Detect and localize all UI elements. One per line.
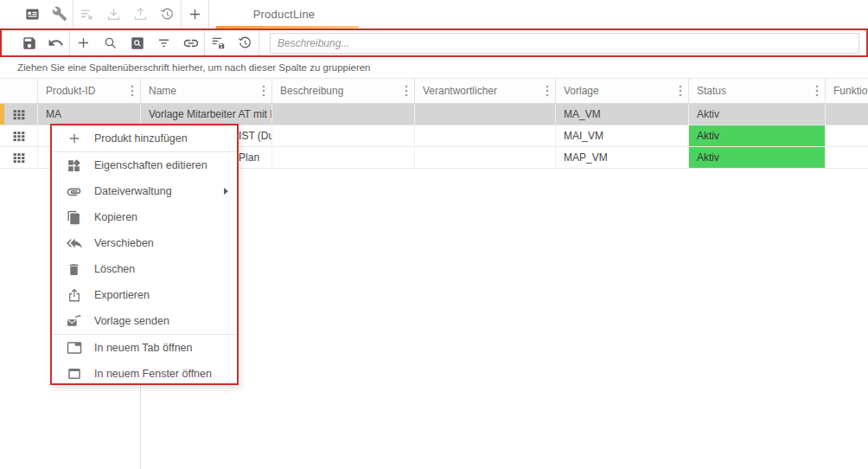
attachment-icon xyxy=(66,183,82,200)
history-icon xyxy=(237,35,253,51)
description-filter-input[interactable] xyxy=(270,33,859,54)
menu-item-kopieren[interactable]: Kopieren xyxy=(52,204,237,230)
column-menu-icon[interactable] xyxy=(131,85,134,97)
cell-vorlage[interactable]: MA_VM xyxy=(556,104,689,125)
add-icon xyxy=(75,35,92,51)
search-panel-button[interactable] xyxy=(124,29,150,57)
save-view-icon xyxy=(210,35,227,51)
header-cell-beschreibung[interactable]: Beschreibung xyxy=(272,79,415,103)
column-menu-icon[interactable] xyxy=(262,85,265,97)
menu-item-in-neuem-tab-oeffnen[interactable]: In neuem Tab öffnen xyxy=(52,335,237,361)
wrench-icon xyxy=(52,6,67,22)
submenu-arrow-icon xyxy=(224,188,228,195)
table-row[interactable]: MA Vorlage Mitarbeiter AT mit IST MA_VM … xyxy=(0,104,868,125)
save-icon xyxy=(22,35,37,51)
sort-move-button[interactable] xyxy=(73,0,100,28)
grid-toolbar xyxy=(0,29,868,57)
search-button[interactable] xyxy=(97,29,124,57)
view-list-button[interactable] xyxy=(19,0,46,28)
widgets-icon xyxy=(67,158,81,173)
search-panel-icon xyxy=(130,35,145,51)
add-tab-button[interactable] xyxy=(182,0,208,28)
row-grid-handle[interactable] xyxy=(0,125,38,146)
header-cell-name[interactable]: Name xyxy=(141,79,272,103)
open-window-icon xyxy=(67,366,82,382)
menu-item-in-neuem-fenster-oeffnen[interactable]: In neuem Fenster öffnen xyxy=(52,361,237,387)
tab-productline[interactable]: ProductLine xyxy=(209,0,359,29)
sort-move-icon xyxy=(79,6,95,22)
filter-button[interactable] xyxy=(150,29,177,57)
column-menu-icon[interactable] xyxy=(405,85,408,97)
history-icon xyxy=(159,6,176,22)
grid-header: Produkt-ID Name Beschreibung Verantwortl… xyxy=(0,79,868,104)
cell-beschreibung[interactable] xyxy=(272,147,415,168)
cell-status[interactable]: Aktiv xyxy=(689,125,826,146)
download-icon xyxy=(105,6,122,22)
tab-label: ProductLine xyxy=(253,8,316,21)
cell-name[interactable]: Vorlage Mitarbeiter AT mit IST xyxy=(141,104,272,125)
view-list-icon xyxy=(24,6,41,22)
add-icon xyxy=(67,131,82,146)
header-cell-rowicon xyxy=(0,79,38,103)
cell-produkt-id[interactable]: MA xyxy=(38,104,141,125)
menu-item-exportieren[interactable]: Exportieren xyxy=(52,282,237,308)
cell-beschreibung[interactable] xyxy=(272,104,415,125)
cell-vorlage[interactable]: MAI_VM xyxy=(556,125,689,146)
menu-item-vorlage-senden[interactable]: Vorlage senden xyxy=(52,308,237,334)
menu-item-dateiverwaltung[interactable]: Dateiverwaltung xyxy=(52,178,237,204)
row-grid-handle[interactable] xyxy=(0,147,38,168)
column-menu-icon[interactable] xyxy=(815,85,819,97)
upload-button[interactable] xyxy=(127,0,154,28)
grid-icon xyxy=(11,151,27,165)
menu-item-eigenschaften-editieren[interactable]: Eigenschaften editieren xyxy=(52,152,237,178)
upload-icon xyxy=(132,6,149,22)
app-window: ProductLine xyxy=(0,0,868,469)
save-view-button[interactable] xyxy=(205,29,232,57)
menu-item-verschieben[interactable]: Verschieben xyxy=(52,230,237,256)
menu-item-loeschen[interactable]: Löschen xyxy=(52,256,237,282)
settings-button[interactable] xyxy=(46,0,73,28)
context-menu: Produkt hinzufügen Eigenschaften editier… xyxy=(50,124,239,385)
trash-icon xyxy=(67,262,81,277)
filter-icon xyxy=(156,35,172,51)
cell-vorlage[interactable]: MAP_VM xyxy=(556,147,689,168)
header-cell-produkt-id[interactable]: Produkt-ID xyxy=(38,79,141,103)
link-button[interactable] xyxy=(177,29,204,57)
header-cell-verantwortlicher[interactable]: Verantwortlicher xyxy=(415,79,556,103)
open-tab-icon xyxy=(67,340,82,356)
copy-icon xyxy=(67,210,81,225)
cell-funktion[interactable] xyxy=(826,104,868,125)
column-menu-icon[interactable] xyxy=(679,85,682,97)
cell-status[interactable]: Aktiv xyxy=(689,147,826,168)
row-grid-handle[interactable] xyxy=(0,104,38,125)
column-menu-icon[interactable] xyxy=(546,85,549,97)
export-icon xyxy=(67,287,82,303)
grid-icon xyxy=(11,107,27,122)
undo-button[interactable] xyxy=(42,29,69,57)
cell-beschreibung[interactable] xyxy=(272,125,415,146)
download-button[interactable] xyxy=(100,0,127,28)
send-template-icon xyxy=(66,313,82,330)
header-cell-funktion[interactable]: Funktion xyxy=(826,79,868,103)
cell-verantwortlicher[interactable] xyxy=(415,125,556,146)
main-toolbar: ProductLine xyxy=(0,0,868,29)
cell-funktion[interactable] xyxy=(826,125,868,146)
cell-verantwortlicher[interactable] xyxy=(415,147,556,168)
group-by-hint: Ziehen Sie eine Spaltenüberschrift hierh… xyxy=(17,62,371,73)
header-cell-vorlage[interactable]: Vorlage xyxy=(556,79,689,103)
add-icon xyxy=(187,6,203,22)
restore-button[interactable] xyxy=(232,29,258,57)
search-icon xyxy=(103,35,118,51)
save-button[interactable] xyxy=(16,29,42,57)
group-by-drop-zone[interactable]: Ziehen Sie eine Spaltenüberschrift hierh… xyxy=(0,57,868,79)
header-cell-status[interactable]: Status xyxy=(689,79,826,103)
history-button[interactable] xyxy=(154,0,181,28)
cell-status[interactable]: Aktiv xyxy=(689,104,826,125)
cell-verantwortlicher[interactable] xyxy=(415,104,556,125)
undo-icon xyxy=(48,35,64,51)
grid-icon xyxy=(11,129,27,144)
link-icon xyxy=(182,35,200,52)
add-row-button[interactable] xyxy=(70,29,97,57)
menu-item-produkt-hinzufuegen[interactable]: Produkt hinzufügen xyxy=(52,125,237,151)
cell-funktion[interactable] xyxy=(826,147,868,168)
